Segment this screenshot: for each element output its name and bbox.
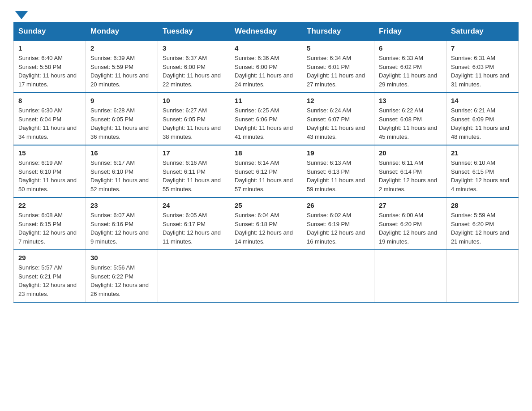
day-cell: 11Sunrise: 6:25 AMSunset: 6:06 PMDayligh…	[230, 93, 302, 145]
day-cell: 22Sunrise: 6:08 AMSunset: 6:15 PMDayligh…	[14, 197, 86, 250]
day-cell: 20Sunrise: 6:11 AMSunset: 6:14 PMDayligh…	[374, 145, 446, 197]
day-number: 5	[307, 44, 369, 52]
day-cell: 28Sunrise: 5:59 AMSunset: 6:20 PMDayligh…	[446, 197, 519, 250]
day-info: Sunrise: 6:22 AMSunset: 6:08 PMDaylight:…	[379, 106, 442, 141]
week-row-5: 29Sunrise: 5:57 AMSunset: 6:21 PMDayligh…	[14, 250, 519, 302]
day-cell: 24Sunrise: 6:05 AMSunset: 6:17 PMDayligh…	[158, 197, 230, 250]
day-cell: 3Sunrise: 6:37 AMSunset: 6:00 PMDaylight…	[158, 41, 230, 93]
day-number: 22	[18, 201, 81, 209]
day-info: Sunrise: 6:28 AMSunset: 6:05 PMDaylight:…	[90, 106, 153, 141]
header	[13, 9, 519, 17]
day-cell: 27Sunrise: 6:00 AMSunset: 6:20 PMDayligh…	[374, 197, 446, 250]
day-number: 26	[307, 201, 369, 209]
day-number: 23	[90, 201, 153, 209]
day-cell: 15Sunrise: 6:19 AMSunset: 6:10 PMDayligh…	[14, 145, 86, 197]
day-header-friday: Friday	[374, 22, 446, 41]
day-cell: 8Sunrise: 6:30 AMSunset: 6:04 PMDaylight…	[14, 93, 86, 145]
day-number: 1	[18, 44, 81, 52]
day-number: 7	[451, 44, 514, 52]
day-info: Sunrise: 6:08 AMSunset: 6:15 PMDaylight:…	[18, 211, 81, 246]
day-info: Sunrise: 6:27 AMSunset: 6:05 PMDaylight:…	[163, 106, 225, 141]
day-number: 15	[18, 149, 81, 157]
logo-area	[13, 9, 28, 17]
day-cell	[158, 250, 230, 302]
day-cell: 2Sunrise: 6:39 AMSunset: 5:59 PMDaylight…	[86, 41, 158, 93]
logo-triangle-icon	[15, 11, 28, 19]
day-info: Sunrise: 6:30 AMSunset: 6:04 PMDaylight:…	[18, 106, 81, 141]
week-row-1: 1Sunrise: 6:40 AMSunset: 5:58 PMDaylight…	[14, 41, 519, 93]
day-cell: 26Sunrise: 6:02 AMSunset: 6:19 PMDayligh…	[302, 197, 374, 250]
day-cell: 6Sunrise: 6:33 AMSunset: 6:02 PMDaylight…	[374, 41, 446, 93]
day-number: 12	[307, 97, 369, 104]
day-cell	[302, 250, 374, 302]
day-info: Sunrise: 6:25 AMSunset: 6:06 PMDaylight:…	[235, 106, 297, 141]
day-info: Sunrise: 6:37 AMSunset: 6:00 PMDaylight:…	[163, 54, 225, 89]
day-cell: 16Sunrise: 6:17 AMSunset: 6:10 PMDayligh…	[86, 145, 158, 197]
day-info: Sunrise: 6:00 AMSunset: 6:20 PMDaylight:…	[379, 211, 442, 246]
day-number: 2	[90, 44, 153, 52]
day-number: 18	[235, 149, 297, 157]
day-number: 3	[163, 44, 225, 52]
day-cell: 19Sunrise: 6:13 AMSunset: 6:13 PMDayligh…	[302, 145, 374, 197]
day-info: Sunrise: 6:02 AMSunset: 6:19 PMDaylight:…	[307, 211, 369, 246]
day-cell	[230, 250, 302, 302]
day-cell	[446, 250, 519, 302]
day-info: Sunrise: 6:04 AMSunset: 6:18 PMDaylight:…	[235, 211, 297, 246]
day-cell: 4Sunrise: 6:36 AMSunset: 6:00 PMDaylight…	[230, 41, 302, 93]
day-info: Sunrise: 6:36 AMSunset: 6:00 PMDaylight:…	[235, 54, 297, 89]
day-number: 16	[90, 149, 153, 157]
week-row-2: 8Sunrise: 6:30 AMSunset: 6:04 PMDaylight…	[14, 93, 519, 145]
day-cell: 18Sunrise: 6:14 AMSunset: 6:12 PMDayligh…	[230, 145, 302, 197]
day-info: Sunrise: 6:21 AMSunset: 6:09 PMDaylight:…	[451, 106, 514, 141]
day-number: 29	[18, 254, 81, 261]
day-number: 27	[379, 201, 442, 209]
day-info: Sunrise: 6:34 AMSunset: 6:01 PMDaylight:…	[307, 54, 369, 89]
day-cell	[374, 250, 446, 302]
day-number: 9	[90, 97, 153, 104]
day-cell: 9Sunrise: 6:28 AMSunset: 6:05 PMDaylight…	[86, 93, 158, 145]
day-number: 4	[235, 44, 297, 52]
day-cell: 21Sunrise: 6:10 AMSunset: 6:15 PMDayligh…	[446, 145, 519, 197]
day-header-wednesday: Wednesday	[230, 22, 302, 41]
day-info: Sunrise: 6:11 AMSunset: 6:14 PMDaylight:…	[379, 158, 442, 193]
day-number: 21	[451, 149, 514, 157]
day-number: 24	[163, 201, 225, 209]
day-info: Sunrise: 6:10 AMSunset: 6:15 PMDaylight:…	[451, 158, 514, 193]
day-number: 20	[379, 149, 442, 157]
day-cell: 29Sunrise: 5:57 AMSunset: 6:21 PMDayligh…	[14, 250, 86, 302]
calendar-table: SundayMondayTuesdayWednesdayThursdayFrid…	[13, 22, 519, 303]
week-row-3: 15Sunrise: 6:19 AMSunset: 6:10 PMDayligh…	[14, 145, 519, 197]
day-info: Sunrise: 6:24 AMSunset: 6:07 PMDaylight:…	[307, 106, 369, 141]
page-container: SundayMondayTuesdayWednesdayThursdayFrid…	[13, 9, 519, 303]
day-info: Sunrise: 5:57 AMSunset: 6:21 PMDaylight:…	[18, 263, 81, 298]
day-info: Sunrise: 6:31 AMSunset: 6:03 PMDaylight:…	[451, 54, 514, 89]
day-number: 30	[90, 254, 153, 261]
day-cell: 1Sunrise: 6:40 AMSunset: 5:58 PMDaylight…	[14, 41, 86, 93]
day-number: 6	[379, 44, 442, 52]
day-number: 8	[18, 97, 81, 104]
day-cell: 25Sunrise: 6:04 AMSunset: 6:18 PMDayligh…	[230, 197, 302, 250]
day-cell: 7Sunrise: 6:31 AMSunset: 6:03 PMDaylight…	[446, 41, 519, 93]
day-cell: 12Sunrise: 6:24 AMSunset: 6:07 PMDayligh…	[302, 93, 374, 145]
day-info: Sunrise: 6:17 AMSunset: 6:10 PMDaylight:…	[90, 158, 153, 193]
day-number: 13	[379, 97, 442, 104]
day-number: 11	[235, 97, 297, 104]
day-number: 19	[307, 149, 369, 157]
day-header-thursday: Thursday	[302, 22, 374, 41]
day-header-sunday: Sunday	[14, 22, 86, 41]
day-info: Sunrise: 6:13 AMSunset: 6:13 PMDaylight:…	[307, 158, 369, 193]
day-info: Sunrise: 6:16 AMSunset: 6:11 PMDaylight:…	[163, 158, 225, 193]
day-info: Sunrise: 6:39 AMSunset: 5:59 PMDaylight:…	[90, 54, 153, 89]
day-header-row: SundayMondayTuesdayWednesdayThursdayFrid…	[14, 22, 519, 41]
day-cell: 14Sunrise: 6:21 AMSunset: 6:09 PMDayligh…	[446, 93, 519, 145]
day-info: Sunrise: 6:19 AMSunset: 6:10 PMDaylight:…	[18, 158, 81, 193]
logo-text	[13, 11, 28, 18]
logo-blue-part	[13, 11, 28, 18]
day-cell: 13Sunrise: 6:22 AMSunset: 6:08 PMDayligh…	[374, 93, 446, 145]
day-header-tuesday: Tuesday	[158, 22, 230, 41]
day-cell: 30Sunrise: 5:56 AMSunset: 6:22 PMDayligh…	[86, 250, 158, 302]
day-number: 25	[235, 201, 297, 209]
day-number: 14	[451, 97, 514, 104]
day-info: Sunrise: 6:40 AMSunset: 5:58 PMDaylight:…	[18, 54, 81, 89]
day-header-monday: Monday	[86, 22, 158, 41]
